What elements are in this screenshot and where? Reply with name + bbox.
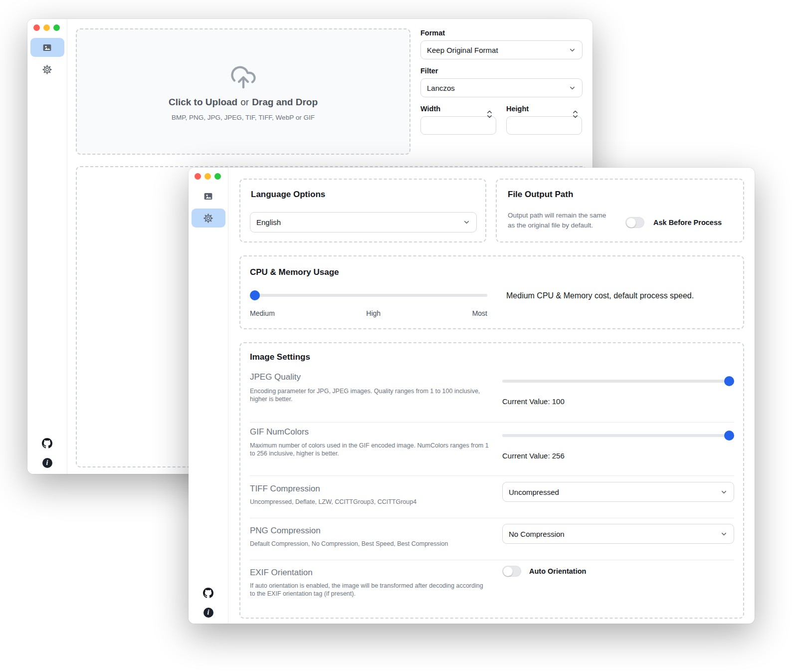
chevron-down-icon (720, 488, 728, 496)
width-label: Width (420, 105, 496, 113)
language-options-title: Language Options (251, 190, 325, 200)
png-compression-title: PNG Compression (250, 526, 321, 536)
jpeg-quality-title: JPEG Quality (250, 372, 301, 382)
upload-dropzone[interactable]: Click to Upload or Drag and Drop BMP, PN… (76, 28, 410, 155)
language-options-card: Language Options English (239, 179, 486, 242)
tiff-compression-description: Uncompressed, Deflate, LZW, CCITTGroup3,… (250, 498, 489, 506)
auto-orientation-label: Auto Orientation (529, 567, 586, 575)
image-settings-card: Image Settings JPEG Quality Encoding par… (239, 342, 744, 619)
cloud-upload-icon (230, 64, 257, 91)
height-label: Height (506, 105, 582, 113)
filter-select[interactable]: Lanczos (420, 78, 583, 97)
info-icon[interactable]: i (203, 608, 213, 618)
row-divider (250, 475, 734, 476)
gif-numcolors-slider[interactable] (502, 434, 734, 437)
info-icon[interactable]: i (42, 458, 52, 468)
stepper-icon[interactable] (486, 109, 493, 120)
jpeg-quality-description: Encoding parameter for JPG, JPEG images.… (250, 387, 489, 403)
cpu-memory-status-text: Medium CPU & Memory cost, default proces… (506, 291, 694, 300)
png-compression-select[interactable]: No Compression (502, 524, 734, 544)
jpeg-quality-slider[interactable] (502, 380, 734, 383)
maximize-button[interactable] (214, 173, 221, 180)
height-input[interactable] (506, 116, 582, 135)
gear-icon (42, 64, 52, 75)
sidebar: i (27, 19, 67, 474)
jpeg-quality-current-value: Current Value: 100 (502, 397, 565, 406)
gif-numcolors-current-value: Current Value: 256 (502, 451, 565, 460)
close-button[interactable] (195, 173, 201, 180)
output-path-description: Output path will remain the same as the … (508, 211, 627, 230)
image-settings-title: Image Settings (250, 352, 310, 362)
settings-window: i Language Options English File Output P… (189, 168, 755, 624)
dropzone-title: Click to Upload or Drag and Drop (169, 97, 318, 108)
row-divider (250, 518, 734, 518)
gif-numcolors-title: GIF NumColors (250, 427, 309, 437)
chevron-down-icon (463, 219, 470, 226)
format-label: Format (420, 29, 583, 37)
image-icon (42, 42, 52, 53)
window-controls (195, 173, 221, 180)
sidebar-footer: i (27, 438, 67, 468)
exif-orientation-description: If auto orientation is enabled, the imag… (250, 582, 489, 598)
file-output-path-card: File Output Path Output path will remain… (496, 179, 744, 242)
chevron-down-icon (569, 84, 576, 92)
minimize-button[interactable] (204, 173, 211, 180)
sidebar: i (189, 168, 228, 624)
tiff-compression-select[interactable]: Uncompressed (502, 482, 734, 502)
dropzone-supported-formats: BMP, PNG, JPG, JPEG, TIF, TIFF, WebP or … (172, 114, 315, 121)
gif-numcolors-description: Maximum number of colors used in the GIF… (250, 442, 489, 457)
sidebar-item-settings[interactable] (30, 60, 64, 79)
ask-before-process-label: Ask Before Process (653, 219, 722, 226)
sidebar-item-settings[interactable] (192, 209, 225, 227)
chevron-down-icon (720, 530, 728, 538)
stepper-icon[interactable] (572, 109, 579, 120)
maximize-button[interactable] (53, 24, 60, 31)
convert-options-panel: Format Keep Original Format Filter Lancz… (420, 29, 583, 135)
cpu-memory-tick-labels: Medium High Most (250, 309, 487, 317)
row-divider (250, 422, 734, 423)
gif-numcolors-slider-thumb[interactable] (724, 431, 734, 441)
gear-icon (203, 213, 213, 224)
window-controls (33, 24, 60, 31)
tiff-compression-title: TIFF Compression (250, 484, 320, 494)
minimize-button[interactable] (43, 24, 50, 31)
format-select[interactable]: Keep Original Format (420, 40, 583, 59)
cpu-memory-title: CPU & Memory Usage (250, 267, 339, 277)
github-icon[interactable] (203, 588, 213, 598)
file-output-path-title: File Output Path (508, 190, 573, 200)
jpeg-quality-slider-thumb[interactable] (724, 376, 734, 386)
image-icon (203, 191, 213, 202)
auto-orientation-toggle[interactable] (502, 566, 521, 577)
row-divider (250, 560, 734, 560)
cpu-memory-card: CPU & Memory Usage Medium High Most Medi… (239, 255, 744, 329)
sidebar-item-images[interactable] (30, 38, 64, 57)
close-button[interactable] (33, 24, 40, 31)
ask-before-process-toggle[interactable] (625, 217, 644, 228)
cpu-memory-slider[interactable] (250, 294, 487, 297)
exif-orientation-title: EXIF Orientation (250, 568, 313, 578)
sidebar-item-images[interactable] (192, 187, 225, 206)
language-select[interactable]: English (250, 212, 477, 232)
width-input[interactable] (420, 116, 496, 135)
png-compression-description: Default Compression, No Compression, Bes… (250, 540, 489, 548)
cpu-memory-slider-thumb[interactable] (250, 290, 260, 300)
github-icon[interactable] (42, 438, 52, 448)
filter-label: Filter (420, 67, 583, 75)
sidebar-footer: i (189, 588, 228, 618)
chevron-down-icon (569, 46, 576, 54)
